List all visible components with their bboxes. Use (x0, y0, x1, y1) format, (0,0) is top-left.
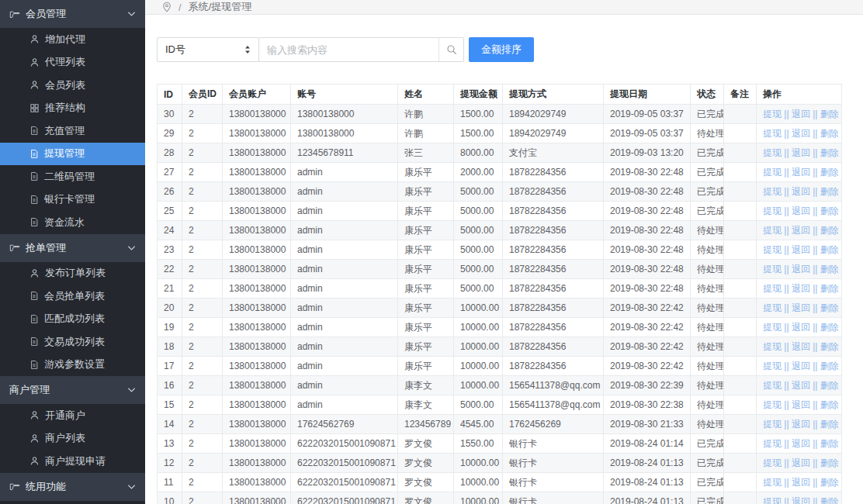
return-link[interactable]: 退回 (792, 147, 810, 158)
return-link[interactable]: 退回 (792, 109, 810, 119)
action-separator: || (810, 128, 820, 139)
return-link[interactable]: 退回 (792, 283, 810, 294)
withdraw-link[interactable]: 提现 (763, 264, 782, 274)
delete-link[interactable]: 删除 (820, 457, 839, 468)
return-link[interactable]: 退回 (792, 205, 810, 216)
return-link[interactable]: 退回 (792, 419, 810, 430)
withdraw-link[interactable]: 提现 (763, 380, 782, 391)
return-link[interactable]: 退回 (792, 322, 810, 333)
withdraw-link[interactable]: 提现 (763, 186, 782, 197)
delete-link[interactable]: 删除 (820, 264, 839, 274)
search-input[interactable] (259, 38, 438, 61)
delete-link[interactable]: 删除 (820, 322, 839, 333)
withdraw-link[interactable]: 提现 (763, 283, 782, 294)
withdraw-link[interactable]: 提现 (763, 341, 782, 352)
withdraw-link[interactable]: 提现 (763, 147, 782, 158)
sidebar-item-trade-success-list[interactable]: 交易成功列表 (0, 330, 145, 354)
withdraw-link[interactable]: 提现 (763, 438, 782, 449)
delete-link[interactable]: 删除 (820, 109, 839, 119)
actions-cell: 提现 || 退回 || 删除 (757, 415, 842, 434)
withdraw-link[interactable]: 提现 (763, 457, 782, 468)
table-row: 25213800138000admin康乐平5000.0018782284356… (158, 202, 842, 221)
return-link[interactable]: 退回 (792, 302, 810, 313)
return-link[interactable]: 退回 (792, 225, 810, 236)
withdraw-link[interactable]: 提现 (763, 477, 782, 488)
table-cell: 13800138000 (291, 105, 398, 124)
table-cell: 16 (158, 376, 182, 395)
return-link[interactable]: 退回 (792, 380, 810, 391)
return-link[interactable]: 退回 (792, 186, 810, 197)
delete-link[interactable]: 删除 (820, 496, 839, 504)
delete-link[interactable]: 删除 (820, 167, 839, 178)
delete-link[interactable]: 删除 (820, 186, 839, 197)
sidebar-item-member-grab-list[interactable]: 会员抢单列表 (0, 285, 145, 308)
delete-link[interactable]: 删除 (820, 302, 839, 313)
sidebar-item-referral-structure[interactable]: 推荐结构 (0, 97, 145, 120)
withdraw-link[interactable]: 提现 (763, 225, 782, 236)
delete-link[interactable]: 删除 (820, 341, 839, 352)
sidebar-item-merchant-list[interactable]: 商户列表 (0, 427, 145, 450)
sidebar-item-qrcode-management[interactable]: 二维码管理 (0, 165, 145, 188)
return-link[interactable]: 退回 (792, 457, 810, 468)
return-link[interactable]: 退回 (792, 361, 810, 371)
return-link[interactable]: 退回 (792, 399, 810, 410)
doc-icon (29, 360, 39, 370)
return-link[interactable]: 退回 (792, 341, 810, 352)
delete-link[interactable]: 删除 (820, 361, 839, 371)
sidebar-item-withdraw-management[interactable]: 提现管理 (0, 143, 145, 166)
withdraw-link[interactable]: 提现 (763, 205, 782, 216)
delete-link[interactable]: 删除 (820, 419, 839, 430)
sidebar-item-add-agent[interactable]: 增加代理 (0, 28, 145, 51)
delete-link[interactable]: 删除 (820, 477, 839, 488)
sidebar-item-published-order-list[interactable]: 发布订单列表 (0, 262, 145, 285)
sidebar-item-member-list[interactable]: 会员列表 (0, 74, 145, 97)
withdraw-link[interactable]: 提现 (763, 302, 782, 313)
sidebar-item-recharge-management[interactable]: 充值管理 (0, 119, 145, 143)
return-link[interactable]: 退回 (792, 264, 810, 274)
sidebar-group-merchant-management[interactable]: 商户管理 (0, 376, 145, 404)
delete-link[interactable]: 删除 (820, 380, 839, 391)
search-button[interactable] (438, 38, 463, 61)
withdraw-link[interactable]: 提现 (763, 167, 782, 178)
table-cell: 18 (158, 337, 182, 357)
delete-link[interactable]: 删除 (820, 128, 839, 139)
sidebar-group-member-management[interactable]: 会员管理 (0, 0, 145, 28)
delete-link[interactable]: 删除 (820, 399, 839, 410)
withdraw-link[interactable]: 提现 (763, 419, 782, 430)
withdraw-link[interactable]: 提现 (763, 322, 782, 333)
return-link[interactable]: 退回 (792, 167, 810, 178)
withdraw-link[interactable]: 提现 (763, 399, 782, 410)
sidebar-item-match-success-list[interactable]: 匹配成功列表 (0, 308, 145, 331)
return-link[interactable]: 退回 (792, 244, 810, 255)
return-link[interactable]: 退回 (792, 128, 810, 139)
sidebar-item-bankcard-management[interactable]: 银行卡管理 (0, 188, 145, 212)
withdraw-link[interactable]: 提现 (763, 496, 782, 504)
withdraw-link[interactable]: 提现 (763, 244, 782, 255)
action-separator: || (782, 380, 792, 391)
delete-link[interactable]: 删除 (820, 283, 839, 294)
chevron-down-icon (127, 484, 136, 490)
sidebar-item-agent-list[interactable]: 代理列表 (0, 51, 145, 74)
sidebar-item-game-param-settings[interactable]: 游戏参数设置 (0, 354, 145, 377)
withdraw-link[interactable]: 提现 (763, 128, 782, 139)
withdraw-link[interactable]: 提现 (763, 109, 782, 119)
sidebar-group-order-grab-management[interactable]: 抢单管理 (0, 234, 145, 262)
sidebar-item-fund-flow[interactable]: 资金流水 (0, 211, 145, 234)
sidebar-item-merchant-withdraw-apply[interactable]: 商户提现申请 (0, 450, 145, 473)
delete-link[interactable]: 删除 (820, 225, 839, 236)
table-cell: 康乐平 (398, 260, 454, 279)
withdraw-link[interactable]: 提现 (763, 361, 782, 371)
sidebar-item-open-merchant[interactable]: 开通商户 (0, 404, 145, 427)
delete-link[interactable]: 删除 (820, 244, 839, 255)
return-link[interactable]: 退回 (792, 496, 810, 504)
amount-sort-button[interactable]: 金额排序 (469, 37, 534, 62)
search-field-select[interactable]: ID号 (157, 37, 259, 62)
sidebar-label: 游戏参数设置 (44, 357, 105, 371)
return-link[interactable]: 退回 (792, 438, 810, 449)
return-link[interactable]: 退回 (792, 477, 810, 488)
delete-link[interactable]: 删除 (820, 205, 839, 216)
delete-link[interactable]: 删除 (820, 438, 839, 449)
delete-link[interactable]: 删除 (820, 147, 839, 158)
table-cell: 康乐平 (398, 202, 454, 221)
sidebar-group-common-functions[interactable]: 统用功能 (0, 473, 145, 501)
